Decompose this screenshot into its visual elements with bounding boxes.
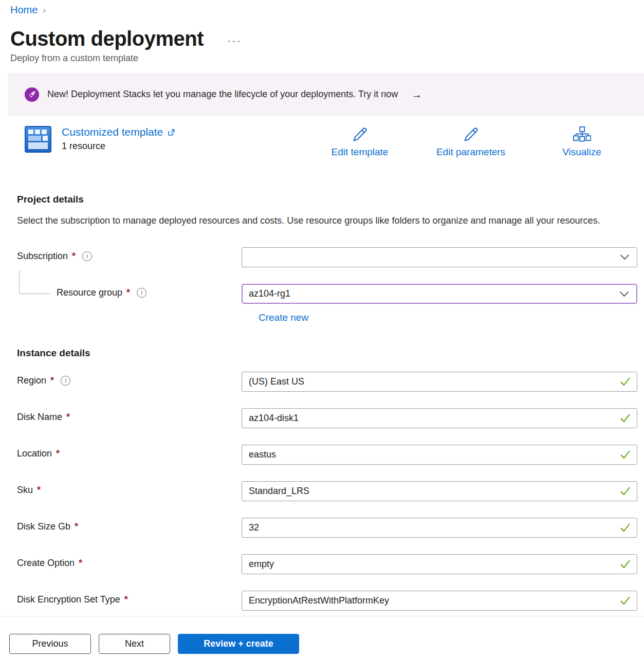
disk-name-label: Disk Name [17,412,62,423]
rocket-icon [25,87,39,102]
page-subtitle: Deploy from a custom template [0,53,644,64]
region-label: Region [17,375,46,386]
breadcrumb-chevron-icon: › [43,5,46,15]
customized-template-link[interactable]: Customized template [62,126,176,138]
create-new-link[interactable]: Create new [259,312,308,323]
disk-name-value: az104-disk1 [249,413,299,424]
disk-size-gb-value: 32 [249,522,259,533]
page-content: Home › Custom deployment ··· Deploy from… [0,0,644,616]
breadcrumb: Home › [0,0,644,16]
location-field[interactable]: eastus [242,445,637,465]
required-asterisk: * [72,251,76,262]
instance-details-heading: Instance details [17,348,637,359]
template-icon [25,126,51,155]
resource-group-dropdown[interactable]: az104-rg1 [242,284,637,304]
subscription-dropdown[interactable] [242,247,637,267]
resource-group-label: Resource group [57,287,122,298]
template-link-label: Customized template [62,126,163,138]
arrow-right-icon: → [411,88,422,101]
chevron-down-icon [619,291,629,298]
required-asterisk: * [126,287,130,298]
visualize-button[interactable]: Visualize [526,126,637,158]
valid-check-icon [620,523,631,532]
edit-template-button[interactable]: Edit template [304,126,415,158]
disk-size-gb-label: Disk Size Gb [17,521,70,532]
create-option-value: empty [249,559,274,570]
more-options-icon[interactable]: ··· [227,30,242,48]
location-label: Location [17,448,52,459]
required-asterisk: * [56,448,60,459]
chevron-down-icon [620,254,630,261]
required-asterisk: * [37,485,41,496]
pencil-icon [462,126,480,144]
disk-size-gb-field[interactable]: 32 [242,518,637,538]
pencil-icon [351,126,369,144]
resource-count: 1 resource [62,141,176,152]
subscription-label: Subscription [17,251,68,262]
breadcrumb-home-link[interactable]: Home [10,4,38,16]
visualize-label: Visualize [562,147,601,158]
required-asterisk: * [79,558,82,569]
deployment-stacks-banner[interactable]: New! Deployment Stacks let you manage th… [8,73,644,116]
external-link-icon [167,128,176,137]
sku-field[interactable]: Standard_LRS [242,481,637,501]
valid-check-icon [620,486,631,496]
resource-group-value: az104-rg1 [249,288,290,299]
sku-value: Standard_LRS [249,486,309,497]
valid-check-icon [620,450,631,459]
valid-check-icon [620,596,631,605]
hierarchy-icon [573,126,591,144]
disk-encryption-set-type-value: EncryptionAtRestWithPlatformKey [249,595,389,606]
disk-name-field[interactable]: az104-disk1 [242,408,637,428]
banner-text: New! Deployment Stacks let you manage th… [47,89,398,100]
wizard-footer: Previous Next Review + create [0,616,644,658]
info-icon[interactable]: i [61,376,70,386]
next-button[interactable]: Next [99,634,170,654]
info-icon[interactable]: i [82,251,92,261]
create-option-field[interactable]: empty [242,554,637,574]
valid-check-icon [620,377,631,386]
region-value: (US) East US [249,376,304,387]
required-asterisk: * [50,375,54,386]
project-details-description: Select the subscription to manage deploy… [17,213,608,229]
location-value: eastus [249,449,276,460]
required-asterisk: * [75,521,78,532]
required-asterisk: * [66,412,70,423]
valid-check-icon [620,559,631,569]
required-asterisk: * [124,594,128,605]
valid-check-icon [620,413,631,423]
edit-template-label: Edit template [332,147,389,158]
previous-button[interactable]: Previous [9,634,91,654]
project-details-heading: Project details [17,194,637,205]
info-icon[interactable]: i [137,288,146,298]
disk-encryption-set-type-label: Disk Encryption Set Type [17,594,120,605]
review-create-button[interactable]: Review + create [178,634,299,654]
sku-label: Sku [17,485,33,496]
nesting-connector-line [19,270,50,294]
edit-parameters-button[interactable]: Edit parameters [415,126,526,158]
region-field[interactable]: (US) East US [242,372,637,392]
create-option-label: Create Option [17,558,75,569]
disk-encryption-set-type-field[interactable]: EncryptionAtRestWithPlatformKey [242,591,637,611]
page-title: Custom deployment [10,27,204,50]
edit-parameters-label: Edit parameters [436,147,505,158]
